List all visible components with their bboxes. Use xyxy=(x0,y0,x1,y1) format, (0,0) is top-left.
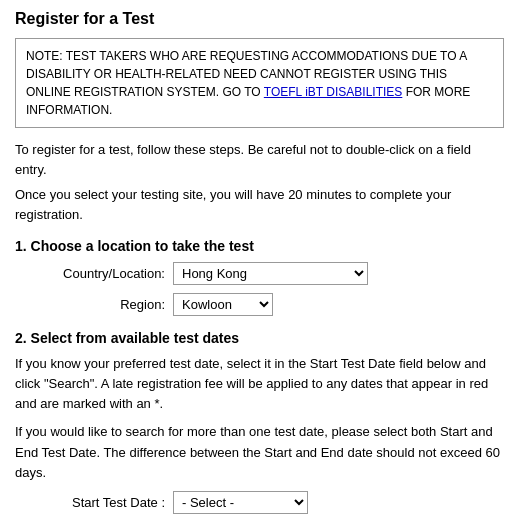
country-row: Country/Location: Hong Kong xyxy=(15,262,504,285)
notice-box: NOTE: TEST TAKERS WHO ARE REQUESTING ACC… xyxy=(15,38,504,128)
region-row: Region: Kowloon xyxy=(15,293,504,316)
region-select[interactable]: Kowloon xyxy=(173,293,273,316)
start-date-label: Start Test Date : xyxy=(35,495,165,510)
intro-text-2: Once you select your testing site, you w… xyxy=(15,185,504,224)
section1-title: 1. Choose a location to take the test xyxy=(15,238,504,254)
start-date-row: Start Test Date : - Select - xyxy=(15,491,504,514)
disabilities-link[interactable]: TOEFL iBT DISABILITIES xyxy=(264,85,403,99)
region-label: Region: xyxy=(35,297,165,312)
country-select[interactable]: Hong Kong xyxy=(173,262,368,285)
section2-para1: If you know your preferred test date, se… xyxy=(15,354,504,414)
country-label: Country/Location: xyxy=(35,266,165,281)
page-title: Register for a Test xyxy=(15,10,504,28)
start-date-select[interactable]: - Select - xyxy=(173,491,308,514)
section2-title: 2. Select from available test dates xyxy=(15,330,504,346)
section2-para2: If you would like to search for more tha… xyxy=(15,422,504,482)
intro-text-1: To register for a test, follow these ste… xyxy=(15,140,504,179)
